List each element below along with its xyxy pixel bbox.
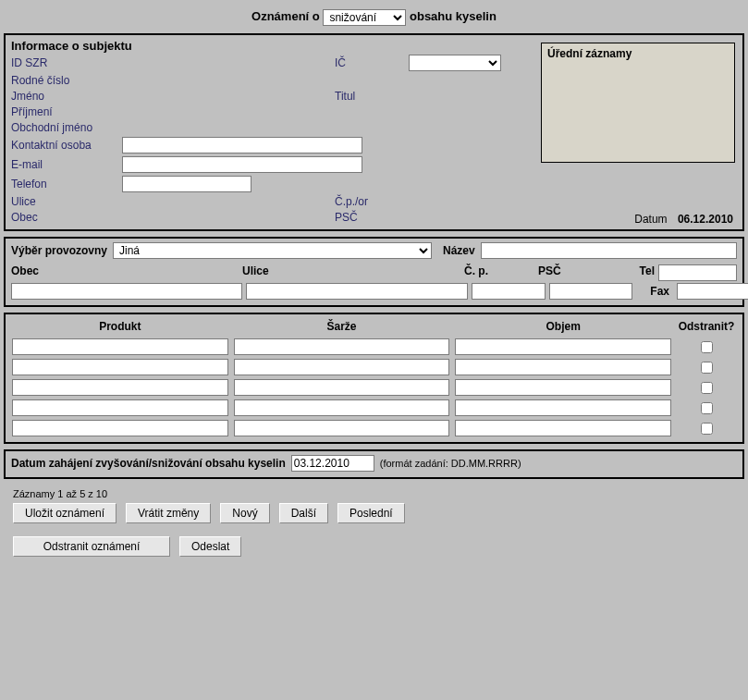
sarze-input[interactable] bbox=[234, 338, 450, 355]
items-table: Produkt Šarže Objem Odstranit? bbox=[9, 318, 739, 438]
label-ulice: Ulice bbox=[11, 195, 122, 208]
table-row bbox=[9, 398, 739, 418]
table-row bbox=[9, 418, 739, 438]
objem-input[interactable] bbox=[455, 338, 671, 355]
remove-checkbox[interactable] bbox=[701, 423, 713, 435]
official-records-heading: Úřední záznamy bbox=[547, 47, 632, 60]
subject-panel: Informace o subjektu Úřední záznamy ID S… bbox=[4, 33, 744, 231]
label-prijmeni: Příjmení bbox=[11, 105, 122, 118]
title-pre: Oznámení o bbox=[251, 9, 320, 23]
label-nazev: Název bbox=[443, 244, 475, 257]
label-prov-ulice: Ulice bbox=[242, 264, 464, 281]
label-datum: Datum bbox=[634, 213, 667, 226]
objem-input[interactable] bbox=[455, 399, 671, 416]
delete-button[interactable]: Odstranit oznámení bbox=[13, 536, 170, 557]
items-panel: Produkt Šarže Objem Odstranit? bbox=[4, 313, 744, 444]
label-vyber-provozovny: Výběr provozovny bbox=[11, 244, 107, 257]
label-obec: Obec bbox=[11, 211, 122, 224]
prov-ulice-input[interactable] bbox=[246, 283, 468, 300]
label-prov-tel: Tel bbox=[621, 264, 658, 281]
prov-tel-input[interactable] bbox=[658, 264, 737, 281]
label-id-szr: ID SZR bbox=[11, 56, 122, 69]
produkt-input[interactable] bbox=[12, 399, 228, 416]
objem-input[interactable] bbox=[455, 359, 671, 375]
prov-psc-input[interactable] bbox=[549, 283, 632, 300]
sarze-input[interactable] bbox=[234, 420, 450, 436]
sarze-input[interactable] bbox=[234, 379, 450, 396]
prov-obec-input[interactable] bbox=[11, 283, 242, 300]
label-prov-fax: Fax bbox=[636, 285, 673, 298]
official-records-box: Úřední záznamy bbox=[541, 43, 735, 163]
record-count: Záznamy 1 až 5 z 10 bbox=[13, 488, 739, 499]
kontaktni-osoba-input[interactable] bbox=[122, 137, 362, 154]
start-date-hint: (formát zadání: DD.MM.RRRR) bbox=[380, 458, 521, 469]
value-datum: 06.12.2010 bbox=[678, 213, 733, 226]
save-button[interactable]: Uložit oznámení bbox=[13, 503, 116, 523]
footer-area: Záznamy 1 až 5 z 10 Uložit oznámení Vrát… bbox=[4, 485, 744, 570]
remove-checkbox[interactable] bbox=[701, 341, 713, 353]
provozovna-panel: Výběr provozovny Jiná Název Obec Ulice Č… bbox=[4, 237, 744, 307]
table-row bbox=[9, 337, 739, 357]
col-objem: Objem bbox=[452, 318, 674, 337]
label-prov-cp: Č. p. bbox=[464, 264, 538, 281]
title-type-select[interactable]: snižování bbox=[323, 9, 406, 26]
label-rodne-cislo: Rodné číslo bbox=[11, 74, 122, 87]
table-row bbox=[9, 357, 739, 377]
revert-button[interactable]: Vrátit změny bbox=[126, 503, 211, 523]
start-date-input[interactable] bbox=[291, 455, 374, 472]
objem-input[interactable] bbox=[455, 420, 671, 436]
prov-fax-input[interactable] bbox=[677, 283, 748, 300]
send-button[interactable]: Odeslat bbox=[179, 536, 241, 557]
provozovna-select[interactable]: Jiná bbox=[113, 242, 432, 259]
remove-checkbox[interactable] bbox=[701, 362, 713, 374]
objem-input[interactable] bbox=[455, 379, 671, 396]
ic-select[interactable] bbox=[409, 55, 501, 71]
new-button[interactable]: Nový bbox=[220, 503, 269, 523]
col-sarze: Šarže bbox=[231, 318, 453, 337]
next-button[interactable]: Další bbox=[279, 503, 328, 523]
produkt-input[interactable] bbox=[12, 379, 228, 396]
sarze-input[interactable] bbox=[234, 399, 450, 416]
sarze-input[interactable] bbox=[234, 359, 450, 375]
table-row bbox=[9, 377, 739, 398]
label-jmeno: Jméno bbox=[11, 90, 122, 103]
telefon-input[interactable] bbox=[122, 176, 251, 192]
col-odstranit: Odstranit? bbox=[674, 318, 739, 337]
nazev-input[interactable] bbox=[481, 242, 737, 259]
label-obchodni-jmeno: Obchodní jméno bbox=[11, 121, 122, 134]
label-email: E-mail bbox=[11, 158, 122, 171]
page-title-bar: Oznámení o snižování obsahu kyselin bbox=[4, 4, 744, 33]
start-date-panel: Datum zahájení zvyšování/snižování obsah… bbox=[4, 449, 744, 479]
label-titul: Titul bbox=[335, 90, 409, 103]
subject-date-line: Datum 06.12.2010 bbox=[634, 213, 733, 226]
label-start-date: Datum zahájení zvyšování/snižování obsah… bbox=[11, 457, 286, 470]
produkt-input[interactable] bbox=[12, 359, 228, 375]
email-input[interactable] bbox=[122, 156, 362, 173]
produkt-input[interactable] bbox=[12, 338, 228, 355]
label-cp-or: Č.p./or bbox=[335, 195, 409, 208]
label-psc: PSČ bbox=[335, 211, 409, 224]
remove-checkbox[interactable] bbox=[701, 402, 713, 414]
label-kontaktni-osoba: Kontaktní osoba bbox=[11, 139, 122, 152]
col-produkt: Produkt bbox=[9, 318, 231, 337]
prov-cp-input[interactable] bbox=[472, 283, 546, 300]
label-ic: IČ bbox=[335, 56, 409, 69]
produkt-input[interactable] bbox=[12, 420, 228, 436]
label-telefon: Telefon bbox=[11, 178, 122, 190]
remove-checkbox[interactable] bbox=[701, 382, 713, 394]
title-post: obsahu kyselin bbox=[410, 9, 497, 23]
label-prov-psc: PSČ bbox=[538, 264, 621, 281]
last-button[interactable]: Poslední bbox=[337, 503, 405, 523]
label-prov-obec: Obec bbox=[11, 264, 242, 281]
